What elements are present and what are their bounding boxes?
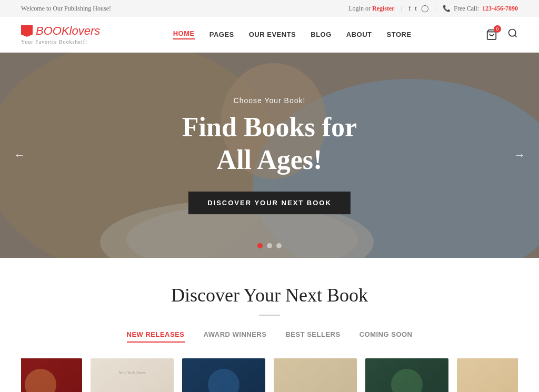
social-icons: f t ◯ [408, 4, 429, 13]
divider-2: | [435, 5, 436, 13]
nav-events[interactable]: OUR EVENTS [249, 31, 296, 38]
auth-links: Login or Register [348, 5, 394, 13]
cart-badge: 0 [494, 25, 501, 33]
nav-blog[interactable]: BLOG [311, 31, 332, 38]
hero-subtitle: Choose Your Book! [182, 96, 357, 105]
book-nyt-2: New York Times [118, 370, 145, 375]
hero-dot-3[interactable] [276, 243, 282, 248]
book-card-1[interactable]: CANDY CARSON BoldDream [21, 358, 82, 392]
nav-store[interactable]: STORE [387, 31, 412, 38]
svg-point-1 [509, 29, 516, 36]
nav-pages[interactable]: PAGES [209, 31, 234, 38]
divider-1: | [401, 5, 402, 13]
hero-next-arrow[interactable]: → [508, 143, 531, 167]
facebook-icon[interactable]: f [408, 4, 411, 13]
logo-lovers: lovers [69, 24, 101, 37]
book-card-5[interactable]: IT'S JUST A BOOK TEMPLATE READ BOOK READ… [365, 358, 448, 392]
top-bar: Welcome to Our Publishing House! Login o… [0, 0, 539, 17]
phone-icon: 📞 [443, 5, 451, 13]
welcome-text: Welcome to Our Publishing House! [21, 5, 111, 12]
book-card-3[interactable]: ALLAN TheRules BEST BOOK [182, 358, 265, 392]
hero-dot-1[interactable] [257, 243, 263, 248]
tab-new-releases[interactable]: NEW RELEASES [127, 330, 185, 343]
auth-or: or [365, 5, 371, 12]
logo-top: BOOKlovers [21, 24, 100, 38]
cart-button[interactable]: 0 [484, 27, 499, 42]
header-actions: 0 [484, 27, 518, 42]
top-bar-welcome: Welcome to Our Publishing House! [21, 5, 111, 13]
phone-label: Free Call: [454, 5, 479, 13]
section-title: Discover Your Next Book [21, 284, 518, 306]
book-deco-5 [391, 369, 423, 392]
hero-content: Choose Your Book! Find Books forAll Ages… [182, 96, 357, 214]
book-card-2[interactable]: New York Times Allan BESTSELLING AUTHOR [91, 358, 174, 392]
phone-area: 📞 Free Call: 123-456-7890 [443, 5, 518, 13]
nav-home[interactable]: HOME [173, 29, 195, 39]
book-card-6[interactable]: FLIRT [457, 358, 518, 392]
logo-book: BOOK [36, 24, 69, 37]
hero-slider: Choose Your Book! Find Books forAll Ages… [0, 53, 539, 258]
search-button[interactable] [507, 28, 518, 41]
logo-text: BOOKlovers [36, 24, 100, 38]
main-nav: HOME PAGES OUR EVENTS BLOG ABOUT STORE [173, 29, 412, 39]
hero-title: Find Books forAll Ages! [182, 111, 357, 177]
book-tabs: NEW RELEASES AWARD WINNERS BEST SELLERS … [21, 330, 518, 343]
book-card-4[interactable]: IT'S JUST A BOOK TEMPLATE READ BOOK READ… [274, 358, 357, 392]
hero-cta-button[interactable]: DISCOVER YOUR NEXT BOOK [188, 192, 351, 214]
search-icon [507, 28, 518, 38]
nav-about[interactable]: ABOUT [346, 31, 372, 38]
header: BOOKlovers Your Favorite Bookshelf! HOME… [0, 17, 539, 53]
book-deco-1 [25, 369, 56, 392]
svg-line-2 [515, 35, 517, 37]
tab-best-sellers[interactable]: BEST SELLERS [285, 330, 340, 343]
tab-award-winners[interactable]: AWARD WINNERS [204, 330, 267, 343]
logo-bookmark-icon [21, 25, 33, 37]
book-grid: CANDY CARSON BoldDream New York Times Al… [21, 358, 518, 392]
register-link[interactable]: Register [372, 5, 395, 12]
section-divider [259, 315, 280, 316]
phone-number[interactable]: 123-456-7890 [482, 5, 518, 13]
tab-coming-soon[interactable]: COMING SOON [360, 330, 413, 343]
instagram-icon[interactable]: ◯ [421, 4, 429, 13]
top-bar-right: Login or Register | f t ◯ | 📞 Free Call:… [348, 4, 518, 13]
hero-dot-2[interactable] [267, 243, 272, 248]
book-deco-3 [208, 369, 239, 392]
login-link[interactable]: Login [348, 5, 364, 12]
logo[interactable]: BOOKlovers Your Favorite Bookshelf! [21, 24, 100, 45]
hero-prev-arrow[interactable]: ← [8, 143, 31, 167]
hero-dots [257, 243, 282, 248]
twitter-icon[interactable]: t [415, 4, 417, 13]
logo-tagline: Your Favorite Bookshelf! [21, 39, 87, 45]
books-section: Discover Your Next Book NEW RELEASES AWA… [0, 258, 539, 392]
